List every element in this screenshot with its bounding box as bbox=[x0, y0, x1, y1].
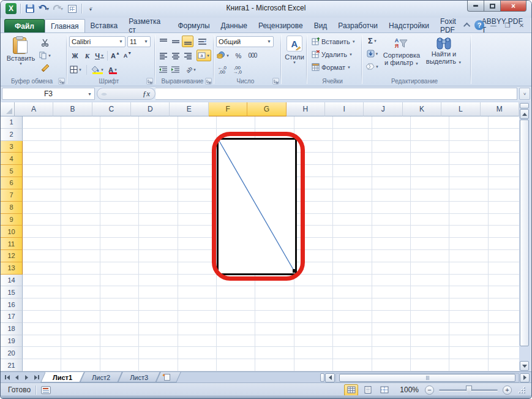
cell-E17[interactable] bbox=[178, 311, 217, 323]
cell-J14[interactable] bbox=[372, 275, 411, 287]
wrap-text-button[interactable] bbox=[197, 36, 208, 47]
column-header-G[interactable]: G bbox=[247, 102, 286, 116]
cell-G21[interactable] bbox=[255, 359, 294, 371]
cell-M7[interactable] bbox=[489, 189, 519, 202]
find-select-button[interactable]: Найти и выделить ▼ bbox=[424, 35, 464, 72]
zoom-out-button[interactable]: − bbox=[425, 386, 434, 395]
cell-F1[interactable] bbox=[217, 116, 255, 129]
row-header-10[interactable]: 10 bbox=[1, 226, 23, 238]
cell-J4[interactable] bbox=[372, 153, 411, 165]
cell-D6[interactable] bbox=[139, 177, 178, 189]
cell-L7[interactable] bbox=[449, 189, 488, 202]
cell-A14[interactable] bbox=[23, 275, 61, 287]
cell-B15[interactable] bbox=[61, 286, 100, 298]
cell-J16[interactable] bbox=[372, 298, 411, 311]
currency-format-button[interactable]: ▼ bbox=[216, 50, 230, 61]
cell-H10[interactable] bbox=[294, 226, 333, 238]
column-header-J[interactable]: J bbox=[364, 102, 402, 116]
cell-D18[interactable] bbox=[139, 323, 178, 335]
cell-L19[interactable] bbox=[449, 335, 488, 348]
row-header-6[interactable]: 6 bbox=[1, 177, 23, 189]
cell-D15[interactable] bbox=[139, 286, 178, 298]
cell-G19[interactable] bbox=[255, 335, 294, 348]
cell-C16[interactable] bbox=[100, 298, 139, 311]
underline-button[interactable]: Ч▼ bbox=[94, 50, 105, 61]
row-header-7[interactable]: 7 bbox=[1, 189, 23, 202]
cell-L5[interactable] bbox=[449, 165, 488, 177]
cell-A7[interactable] bbox=[23, 189, 61, 202]
cell-I7[interactable] bbox=[333, 189, 372, 202]
sheet-tab-лист3[interactable]: Лист3 bbox=[120, 372, 158, 382]
cell-B5[interactable] bbox=[61, 165, 100, 177]
cell-J7[interactable] bbox=[372, 189, 411, 202]
cell-D3[interactable] bbox=[139, 141, 178, 153]
cell-M16[interactable] bbox=[489, 298, 519, 311]
italic-button[interactable]: К bbox=[81, 50, 93, 61]
cell-A18[interactable] bbox=[23, 323, 61, 335]
cell-I11[interactable] bbox=[333, 238, 372, 250]
cell-D9[interactable] bbox=[139, 214, 178, 226]
cell-B21[interactable] bbox=[61, 359, 100, 371]
cell-E6[interactable] bbox=[178, 177, 217, 189]
cell-F15[interactable] bbox=[217, 286, 255, 298]
cell-F17[interactable] bbox=[217, 311, 255, 323]
cell-B11[interactable] bbox=[61, 238, 100, 250]
percent-style-button[interactable]: % bbox=[233, 50, 244, 61]
tab-данные[interactable]: Данные bbox=[215, 19, 253, 32]
cell-D20[interactable] bbox=[139, 347, 178, 359]
cell-G20[interactable] bbox=[255, 347, 294, 359]
cell-L11[interactable] bbox=[449, 238, 488, 250]
cell-K16[interactable] bbox=[411, 298, 449, 311]
cell-L18[interactable] bbox=[449, 323, 488, 335]
cell-H14[interactable] bbox=[294, 275, 333, 287]
cell-H17[interactable] bbox=[294, 311, 333, 323]
cell-D17[interactable] bbox=[139, 311, 178, 323]
cell-I4[interactable] bbox=[333, 153, 372, 165]
cell-D10[interactable] bbox=[139, 226, 178, 238]
cell-K6[interactable] bbox=[411, 177, 449, 189]
first-sheet-button[interactable] bbox=[2, 373, 12, 382]
row-header-4[interactable]: 4 bbox=[1, 153, 23, 165]
row-header-19[interactable]: 19 bbox=[1, 335, 23, 348]
format-painter-button[interactable] bbox=[39, 63, 52, 74]
minimize-button[interactable] bbox=[467, 1, 484, 12]
column-header-I[interactable]: I bbox=[325, 102, 364, 116]
cell-A8[interactable] bbox=[23, 202, 61, 214]
cell-H3[interactable] bbox=[294, 141, 333, 153]
cell-J9[interactable] bbox=[372, 214, 411, 226]
cell-C12[interactable] bbox=[100, 250, 139, 262]
cell-K20[interactable] bbox=[411, 347, 449, 359]
cell-E5[interactable] bbox=[178, 165, 217, 177]
cell-C11[interactable] bbox=[100, 238, 139, 250]
cell-B16[interactable] bbox=[61, 298, 100, 311]
cell-J1[interactable] bbox=[372, 116, 411, 129]
cell-E18[interactable] bbox=[178, 323, 217, 335]
cell-M10[interactable] bbox=[489, 226, 519, 238]
cell-K15[interactable] bbox=[411, 286, 449, 298]
cell-E19[interactable] bbox=[178, 335, 217, 348]
comma-style-button[interactable]: 000 bbox=[247, 50, 258, 61]
cell-B12[interactable] bbox=[61, 250, 100, 262]
row-header-16[interactable]: 16 bbox=[1, 298, 23, 311]
cell-L20[interactable] bbox=[449, 347, 488, 359]
row-header-3[interactable]: 3 bbox=[1, 141, 23, 153]
cell-B14[interactable] bbox=[61, 275, 100, 287]
cell-A16[interactable] bbox=[23, 298, 61, 311]
insert-function-icon[interactable]: ƒx bbox=[143, 89, 150, 99]
tab-вставка[interactable]: Вставка bbox=[85, 19, 124, 32]
cell-M20[interactable] bbox=[489, 347, 519, 359]
tab-вид[interactable]: Вид bbox=[309, 19, 333, 32]
cell-K8[interactable] bbox=[411, 202, 449, 214]
cell-A6[interactable] bbox=[23, 177, 61, 189]
cell-J19[interactable] bbox=[372, 335, 411, 348]
cell-K13[interactable] bbox=[411, 262, 449, 275]
column-header-D[interactable]: D bbox=[131, 102, 170, 116]
column-header-F[interactable]: F bbox=[209, 102, 247, 116]
cell-M8[interactable] bbox=[489, 202, 519, 214]
horizontal-scroll-thumb[interactable] bbox=[339, 374, 515, 382]
cell-L2[interactable] bbox=[449, 129, 488, 141]
delete-cells-button[interactable]: Удалить▼ bbox=[312, 48, 361, 61]
cell-G18[interactable] bbox=[255, 323, 294, 335]
insert-cells-button[interactable]: Вставить▼ bbox=[312, 35, 361, 48]
cell-C1[interactable] bbox=[100, 116, 139, 129]
